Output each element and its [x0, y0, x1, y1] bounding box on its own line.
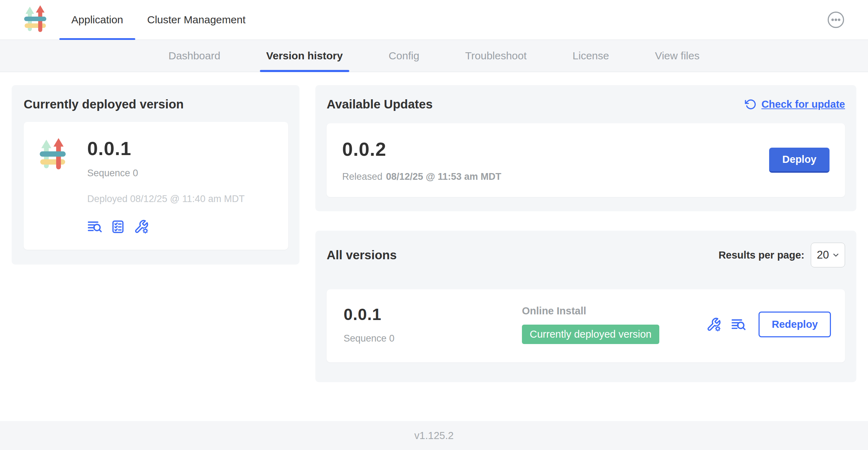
available-updates-card: Available Updates Check for update 0.0.2… [315, 85, 856, 211]
all-versions-card: All versions Results per page: 20 0.0.1 … [315, 231, 856, 382]
available-updates-title: Available Updates [327, 97, 433, 111]
view-logs-icon[interactable] [731, 317, 746, 332]
config-settings-icon[interactable] [706, 317, 721, 332]
deployed-version-label: 0.0.1 [87, 137, 245, 159]
overflow-menu-icon[interactable] [827, 11, 845, 29]
deployed-timestamp: Deployed 08/12/25 @ 11:40 am MDT [87, 194, 245, 205]
released-date: 08/12/25 @ 11:53 am MDT [386, 171, 501, 182]
deployed-version-actions [87, 219, 245, 234]
preflight-checks-icon[interactable] [111, 219, 125, 234]
subnav-item-view-files[interactable]: View files [649, 40, 706, 72]
update-row: 0.0.2 Released08/12/25 @ 11:53 am MDT De… [327, 123, 845, 197]
results-per-page-select[interactable]: 20 [811, 243, 845, 267]
chevron-down-icon [831, 250, 840, 260]
check-for-update-link[interactable]: Check for update [745, 99, 845, 110]
primary-nav: Application Cluster Management [59, 0, 257, 40]
results-per-page: Results per page: 20 [719, 243, 845, 267]
app-logo-icon [22, 5, 51, 34]
results-per-page-value: 20 [817, 249, 829, 261]
refresh-ccw-icon [745, 99, 756, 110]
version-row-actions: Redeploy [706, 312, 831, 337]
released-prefix: Released [342, 171, 382, 182]
deployed-version-panel: 0.0.1 Sequence 0 Deployed 08/12/25 @ 11:… [24, 122, 288, 250]
version-row: 0.0.1 Sequence 0 Online Install Currentl… [327, 289, 845, 362]
tab-application[interactable]: Application [59, 0, 135, 40]
app-subnav: Dashboard Version history Config Trouble… [0, 40, 868, 72]
tab-cluster-management[interactable]: Cluster Management [135, 0, 257, 40]
redeploy-button[interactable]: Redeploy [759, 312, 831, 337]
header-actions [827, 11, 845, 29]
check-for-update-label: Check for update [761, 99, 845, 110]
subnav-item-troubleshoot[interactable]: Troubleshoot [459, 40, 533, 72]
all-versions-title: All versions [327, 248, 397, 262]
currently-deployed-card: Currently deployed version 0.0.1 Sequenc… [12, 85, 299, 265]
subnav-item-version-history[interactable]: Version history [260, 40, 349, 72]
version-row-info: 0.0.1 Sequence 0 [344, 305, 522, 344]
deployed-version-info: 0.0.1 Sequence 0 Deployed 08/12/25 @ 11:… [87, 136, 245, 234]
app-footer: v1.125.2 [0, 421, 868, 450]
row-sequence-label: Sequence 0 [344, 333, 522, 344]
app-logo-icon [37, 138, 71, 172]
view-logs-icon[interactable] [87, 219, 102, 234]
subnav-item-dashboard[interactable]: Dashboard [162, 40, 227, 72]
app-header: Application Cluster Management [0, 0, 868, 40]
right-column: Available Updates Check for update 0.0.2… [315, 85, 856, 382]
currently-deployed-title: Currently deployed version [24, 97, 288, 111]
config-settings-icon[interactable] [134, 219, 149, 234]
available-updates-header: Available Updates Check for update [327, 97, 845, 111]
subnav-item-config[interactable]: Config [382, 40, 426, 72]
deploy-button[interactable]: Deploy [769, 148, 830, 173]
row-version-label: 0.0.1 [344, 305, 522, 324]
status-badge: Currently deployed version [522, 325, 659, 344]
version-row-status: Online Install Currently deployed versio… [522, 305, 706, 344]
update-info: 0.0.2 Released08/12/25 @ 11:53 am MDT [342, 138, 501, 182]
results-per-page-label: Results per page: [719, 249, 804, 261]
deployed-sequence-label: Sequence 0 [87, 168, 245, 179]
update-version-label: 0.0.2 [342, 138, 501, 160]
update-released-timestamp: Released08/12/25 @ 11:53 am MDT [342, 171, 501, 182]
version-history-page: Currently deployed version 0.0.1 Sequenc… [0, 72, 868, 421]
console-version-label: v1.125.2 [414, 430, 453, 442]
install-type-label: Online Install [522, 305, 706, 317]
subnav-item-license[interactable]: License [566, 40, 615, 72]
all-versions-header: All versions Results per page: 20 [327, 243, 845, 267]
